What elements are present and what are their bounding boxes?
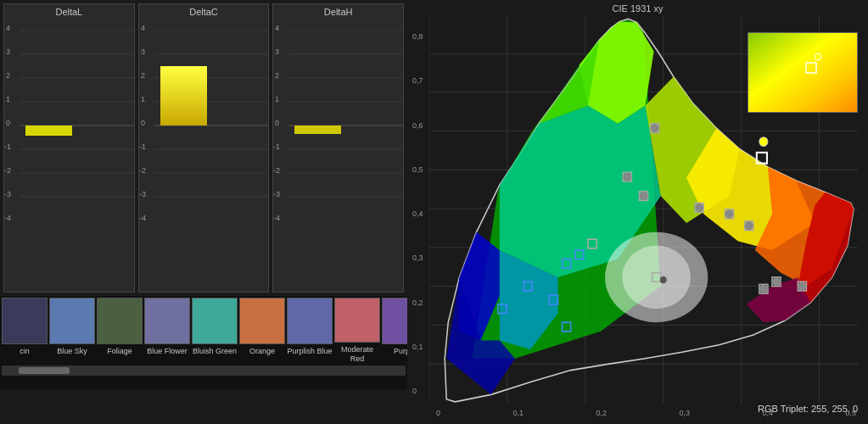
svg-text:0: 0	[6, 119, 10, 127]
swatch-blue-flower[interactable]: Blue Flower	[144, 298, 190, 364]
svg-text:4: 4	[6, 24, 10, 32]
svg-text:3: 3	[141, 47, 145, 56]
cie-y-label-06: 0,6	[412, 121, 423, 130]
swatch-moderate-red-label: Moderate Red	[334, 345, 380, 364]
svg-text:4: 4	[141, 24, 145, 32]
swatch-bluish-green[interactable]: Bluish Green	[192, 298, 238, 364]
svg-point-112	[759, 284, 768, 293]
deltaH-chart: DeltaH 4 3 2 1 0 -1 -2 -3 -4	[272, 3, 404, 293]
svg-text:2: 2	[275, 71, 279, 80]
swatch-bluish-green-color	[192, 298, 238, 344]
svg-text:-2: -2	[139, 166, 146, 175]
deltaH-area: 4 3 2 1 0 -1 -2 -3 -4	[273, 19, 403, 292]
swatch-foliage-label: Foliage	[107, 347, 132, 356]
svg-text:-1: -1	[4, 142, 11, 151]
svg-point-84	[622, 246, 691, 310]
swatch-blue-flower-color	[144, 298, 190, 344]
svg-text:-1: -1	[273, 142, 280, 151]
cie-x-labels: 0 0,1 0,2 0,3 0,4 0,5	[436, 409, 856, 417]
cie-x-label-02: 0,2	[596, 409, 607, 417]
cie-y-label-07: 0,7	[412, 76, 423, 85]
cie-x-label-04: 0,4	[762, 409, 773, 417]
svg-point-117	[815, 53, 821, 60]
swatch-blue-sky[interactable]: Blue Sky	[49, 298, 95, 364]
swatch-moderate-red-color	[334, 298, 380, 343]
svg-text:-4: -4	[273, 214, 280, 222]
svg-point-105	[623, 172, 631, 181]
svg-point-108	[725, 209, 733, 219]
svg-rect-35	[160, 66, 207, 126]
svg-rect-17	[25, 126, 72, 136]
svg-text:-2: -2	[273, 166, 280, 175]
cie-x-label-03: 0,3	[679, 409, 690, 417]
deltaH-title: DeltaH	[273, 4, 403, 19]
svg-text:2: 2	[6, 71, 10, 80]
svg-text:1: 1	[141, 95, 145, 103]
swatch-orange-color	[239, 298, 285, 344]
swatch-orange[interactable]: Orange	[239, 298, 285, 364]
swatch-blue-flower-label: Blue Flower	[147, 347, 188, 356]
svg-text:3: 3	[6, 47, 10, 56]
swatches-scrollbar[interactable]	[2, 365, 406, 376]
cie-x-label-0: 0	[436, 409, 440, 417]
svg-point-107	[695, 204, 703, 213]
cie-x-label-01: 0,1	[512, 409, 524, 417]
cie-y-label-04: 0,4	[412, 209, 423, 218]
swatch-purple-color	[382, 298, 407, 344]
deltaC-title: DeltaC	[139, 4, 269, 19]
swatch-purplish-blue[interactable]: Purplish Blue	[287, 298, 333, 364]
swatch-moderate-red[interactable]: Moderate Red	[334, 298, 380, 364]
svg-text:-4: -4	[4, 214, 11, 222]
cie-chart-area: 0,8 0,7 0,6 0,5 0,4 0,3 0,2 0,1 0	[411, 15, 865, 421]
deltaC-area: 4 3 2 1 0 -1 -2 -3 -4	[139, 19, 269, 292]
cie-y-label-03: 0,3	[412, 254, 423, 262]
svg-point-111	[798, 282, 806, 291]
cie-y-label-01: 0,1	[412, 343, 423, 351]
svg-text:0: 0	[275, 119, 279, 127]
svg-text:1: 1	[275, 95, 279, 103]
swatch-purplish-blue-label: Purplish Blue	[287, 347, 332, 356]
svg-point-114	[759, 137, 768, 147]
swatch-cin-label: cin	[20, 347, 30, 356]
cie-y-label-00: 0	[412, 387, 423, 395]
svg-text:4: 4	[275, 24, 279, 32]
svg-text:2: 2	[141, 71, 145, 80]
swatch-foliage[interactable]: Foliage	[97, 298, 143, 364]
deltaL-chart: DeltaL 4 3 2 1 0 -1 -2 -3 -4	[3, 3, 135, 293]
cie-x-label-05: 0,5	[845, 409, 856, 417]
swatch-cin-color	[2, 298, 48, 344]
svg-point-109	[745, 221, 753, 231]
swatch-purple-label: Purple	[394, 347, 407, 356]
svg-text:-2: -2	[4, 166, 11, 175]
svg-rect-53	[294, 126, 341, 134]
inset-preview	[748, 32, 858, 113]
inset-svg	[748, 33, 858, 113]
swatch-foliage-color	[97, 298, 143, 344]
svg-point-106	[639, 192, 647, 201]
deltaL-area: 4 3 2 1 0 -1 -2 -3 -4	[4, 19, 134, 292]
svg-text:-3: -3	[139, 190, 146, 198]
deltaC-chart: DeltaC 4 3 2 1 0 -1 -2 -3 -4	[138, 3, 270, 293]
scrollbar-thumb	[19, 367, 70, 374]
swatch-orange-label: Orange	[249, 347, 275, 356]
svg-text:0: 0	[141, 119, 145, 127]
svg-point-104	[651, 124, 659, 133]
cie-title: CIE 1931 xy	[411, 3, 865, 15]
svg-text:-4: -4	[139, 214, 146, 222]
svg-text:-1: -1	[139, 142, 146, 151]
swatch-blue-sky-label: Blue Sky	[57, 347, 87, 356]
svg-text:3: 3	[275, 47, 279, 56]
right-panel: CIE 1931 xy 0,8 0,7 0,6 0,5 0,4 0,3 0,2 …	[407, 0, 868, 424]
swatch-purple[interactable]: Purple	[382, 298, 407, 364]
swatch-blue-sky-color	[49, 298, 95, 344]
left-panel: DeltaL 4 3 2 1 0 -1 -2 -3 -4	[0, 0, 407, 424]
swatch-purplish-blue-color	[287, 298, 333, 344]
cie-y-labels: 0,8 0,7 0,6 0,5 0,4 0,3 0,2 0,1 0	[412, 32, 423, 395]
cie-y-label-05: 0,5	[412, 165, 423, 174]
swatch-cin[interactable]: cin	[2, 298, 48, 364]
svg-point-103	[660, 276, 667, 284]
cie-y-label-08: 0,8	[412, 32, 423, 41]
svg-text:-3: -3	[273, 190, 280, 198]
swatch-bluish-green-label: Bluish Green	[193, 347, 237, 356]
swatches-container: cin Blue Sky Foliage Blue Flower Bluish …	[0, 296, 407, 364]
